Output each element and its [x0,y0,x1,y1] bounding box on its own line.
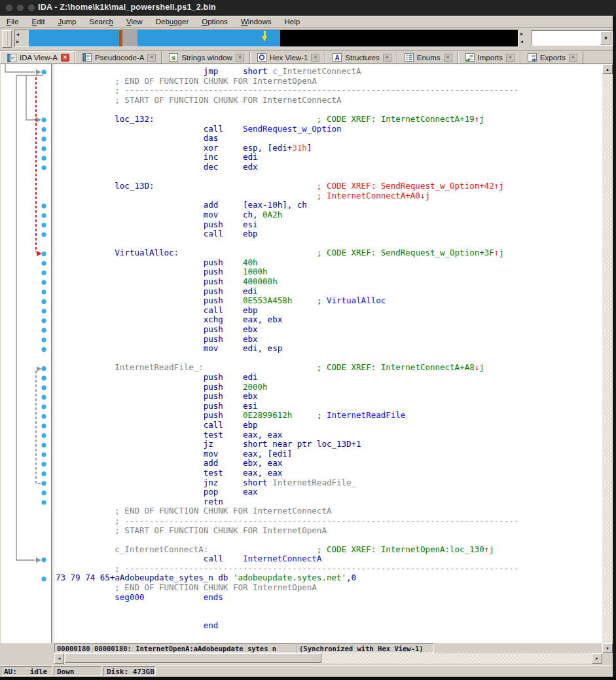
code-line[interactable]: push 400000h [56,277,602,287]
navband-right-arrow-icon[interactable]: ▸ [16,39,19,45]
scroll-right-icon[interactable]: ▸ [520,31,523,37]
code-line[interactable]: push 40h [56,258,602,268]
close-icon[interactable]: ✕ [147,54,156,62]
combobox-dropdown-icon[interactable]: ▼ [600,31,611,45]
code-line[interactable]: test eax, eax [56,430,602,440]
code-line[interactable]: push ebx [56,392,602,402]
code-line[interactable]: mov ch, 0A2h [56,210,602,220]
window-button-2[interactable] [17,5,24,11]
navband-segment[interactable] [122,30,137,47]
menu-file[interactable]: File [0,16,26,27]
tab-structures[interactable]: AStructures✕ [325,51,397,64]
code-line[interactable]: seg000 ends [56,593,602,603]
code-line[interactable]: push 1000h [56,267,602,277]
close-icon[interactable]: ✕ [311,54,319,62]
code-line[interactable] [56,354,602,364]
code-line[interactable]: call ebp [56,421,602,430]
menu-search[interactable]: Search [83,16,120,27]
code-line[interactable] [56,602,602,612]
code-line[interactable]: dec edx [56,162,602,172]
code-line[interactable]: ; --------------------------------------… [56,564,602,574]
code-line[interactable]: loc_132: ; CODE XREF: InternetConnectA+1… [56,115,602,124]
code-line[interactable]: add ebx, eax [56,459,602,468]
navband-segment[interactable] [137,30,280,47]
code-line[interactable]: call ebp [56,229,602,239]
menu-view[interactable]: View [120,16,149,27]
code-line[interactable]: push esi [56,402,602,411]
close-icon[interactable]: ✕ [569,54,577,62]
code-line[interactable]: inc edi [56,153,602,162]
menu-debugger[interactable]: Debugger [149,16,196,27]
code-line[interactable]: mov edi, esp [56,344,602,354]
menu-help[interactable]: Help [278,16,307,27]
navband-left-arrow-icon[interactable]: ◂ [16,32,19,37]
code-line[interactable]: jnz short InternetReadFile_ [56,478,602,488]
code-line[interactable]: pop eax [56,487,602,497]
navband-scroll-arrows[interactable]: ▸ ◂ [520,30,528,48]
navband-segment[interactable] [280,30,518,47]
tab-enums[interactable]: Enums✕ [397,51,458,64]
code-line[interactable]: InternetReadFile_: ; CODE XREF: Internet… [56,363,602,373]
code-line[interactable]: xor esp, [edi+31h] [56,143,602,153]
code-line[interactable]: push ebx [56,335,602,345]
code-line[interactable]: c_InternetConnectA: ; CODE XREF: Interne… [56,545,602,555]
scroll-down-button[interactable]: ▾ [602,643,613,653]
code-line[interactable] [56,105,602,115]
scroll-left-button[interactable]: ◂ [54,653,64,664]
code-line[interactable]: jmp short c_InternetConnectA [56,67,602,77]
code-line[interactable] [56,239,602,249]
code-line[interactable]: ; InternetConnectA+A0↓j [56,191,602,201]
code-line[interactable]: push 0E553A458h ; VirtualAlloc [56,296,602,306]
code-line[interactable] [56,172,602,182]
horizontal-scrollbar[interactable]: ◂ ▸ [54,653,602,664]
code-line[interactable]: loc_13D: ; CODE XREF: SendRequest_w_Opti… [56,181,602,191]
code-line[interactable]: 73 79 74 65+aAdobeupdate_sytes_n db 'ado… [56,573,602,583]
menu-jump[interactable]: Jump [51,16,82,27]
navband-segment[interactable] [29,30,119,47]
tab-imports[interactable]: Imports✕ [458,51,520,64]
menu-edit[interactable]: Edit [26,16,52,27]
code-line[interactable] [56,535,602,545]
scroll-left-icon[interactable]: ◂ [520,39,523,45]
tab-hex-view-1[interactable]: Hex View-1✕ [250,51,326,64]
code-line[interactable]: push 0E2899612h ; InternetReadFile [56,411,602,421]
tab-exports[interactable]: Exports✕ [520,51,583,64]
code-line[interactable] [56,612,602,622]
close-icon[interactable]: ✕ [383,54,391,62]
code-line[interactable]: ; END OF FUNCTION CHUNK FOR InternetOpen… [56,583,602,593]
close-icon[interactable]: ✕ [236,54,244,62]
code-line[interactable]: retn [56,497,602,507]
code-line[interactable]: test eax, eax [56,468,602,478]
code-line[interactable]: call InternetConnectA [56,554,602,564]
tab-ida-view-a[interactable]: IDA View-A✕ [0,51,75,64]
window-button-3[interactable] [28,5,35,11]
vertical-scrollbar[interactable]: ▴ ▾ [602,64,613,653]
menu-windows[interactable]: Windows [234,16,278,27]
toolbar-grip[interactable] [2,30,12,48]
code-line[interactable]: ; --------------------------------------… [56,86,602,96]
close-icon[interactable]: ✕ [61,54,69,62]
window-button-1[interactable] [6,5,12,11]
code-line[interactable]: ; END OF FUNCTION CHUNK FOR InternetConn… [56,506,602,516]
code-line[interactable]: xchg eax, ebx [56,315,602,325]
close-icon[interactable]: ✕ [444,54,452,62]
code-line[interactable]: ; END OF FUNCTION CHUNK FOR InternetOpen… [56,77,602,86]
navband-segments[interactable] [22,30,518,47]
code-line[interactable]: push edi [56,373,602,383]
code-line[interactable]: push edi [56,287,602,297]
horizontal-scroll-thumb[interactable] [65,653,321,663]
disassembly-view[interactable]: jmp short c_InternetConnectA ; END OF FU… [54,64,602,643]
code-line[interactable]: mov eax, [edi] [56,449,602,459]
code-line[interactable]: add [eax-10h], ch [56,200,602,210]
toolbar-combobox[interactable]: ▼ [532,30,613,46]
code-line[interactable]: call ebp [56,306,602,316]
code-line[interactable]: VirtualAlloc: ; CODE XREF: SendRequest_w… [56,248,602,258]
scroll-up-button[interactable]: ▴ [602,64,613,74]
code-line[interactable]: ; START OF FUNCTION CHUNK FOR InternetOp… [56,526,602,536]
code-line[interactable]: ; START OF FUNCTION CHUNK FOR InternetCo… [56,96,602,105]
code-line[interactable]: ; --------------------------------------… [56,516,602,526]
code-line[interactable]: jz short near ptr loc_13D+1 [56,440,602,449]
code-line[interactable]: end [56,621,602,631]
scroll-right-button[interactable]: ▸ [592,653,602,664]
tab-pseudocode-a[interactable]: Pseudocode-A✕ [75,51,162,64]
